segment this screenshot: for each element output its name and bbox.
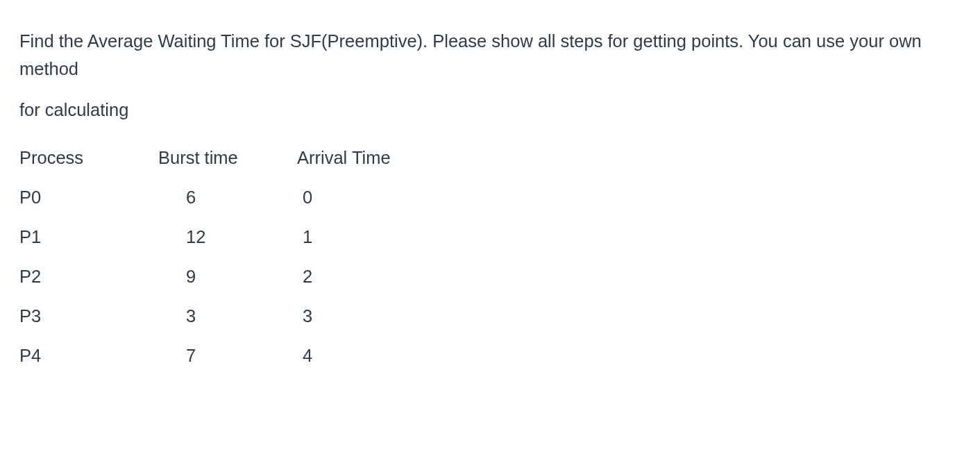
process-table: Process Burst time Arrival Time P0 6 0 P… xyxy=(19,138,961,366)
table-row: P2 9 2 xyxy=(19,257,961,287)
cell-process: P1 xyxy=(19,227,158,247)
table-header-row: Process Burst time Arrival Time xyxy=(19,138,961,168)
question-block: Find the Average Waiting Time for SJF(Pr… xyxy=(19,28,961,124)
cell-burst: 3 xyxy=(158,306,297,326)
question-line-1: Find the Average Waiting Time for SJF(Pr… xyxy=(19,28,961,83)
cell-arrival: 2 xyxy=(297,267,464,287)
cell-burst: 6 xyxy=(158,187,297,208)
header-arrival: Arrival Time xyxy=(297,148,464,168)
cell-burst: 9 xyxy=(158,267,297,287)
table-row: P4 7 4 xyxy=(19,336,961,366)
table-row: P0 6 0 xyxy=(19,178,961,208)
question-line-2: for calculating xyxy=(19,97,961,124)
cell-arrival: 1 xyxy=(297,227,464,247)
header-process: Process xyxy=(19,148,158,168)
cell-burst: 7 xyxy=(158,346,297,366)
table-row: P3 3 3 xyxy=(19,296,961,326)
cell-process: P0 xyxy=(19,187,158,208)
cell-arrival: 0 xyxy=(297,187,464,208)
cell-arrival: 4 xyxy=(297,346,464,366)
cell-process: P3 xyxy=(19,306,158,326)
cell-process: P2 xyxy=(19,267,158,287)
cell-burst: 12 xyxy=(158,227,297,247)
table-row: P1 12 1 xyxy=(19,217,961,247)
cell-arrival: 3 xyxy=(297,306,464,326)
header-burst: Burst time xyxy=(158,148,297,168)
cell-process: P4 xyxy=(19,346,158,366)
